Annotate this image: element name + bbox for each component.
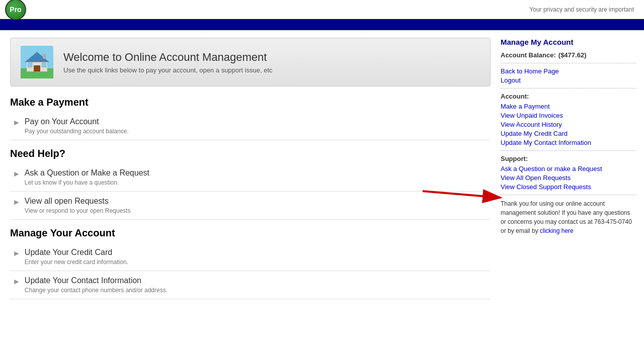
svg-rect-7 <box>43 54 46 59</box>
balance-label: Account Balance: <box>501 51 556 59</box>
update-contact-title: Update Your Contact Information <box>25 276 168 285</box>
view-requests-subtitle: View or respond to your open Requests <box>25 207 131 214</box>
welcome-banner: Welcome to Online Account Management Use… <box>10 38 491 87</box>
ask-question-item[interactable]: ► Ask a Question or Make a Request Let u… <box>10 163 491 192</box>
right-sidebar: Manage My Account Account Balance: ($477… <box>501 38 636 299</box>
welcome-text: Welcome to Online Account Management Use… <box>63 51 273 74</box>
pay-account-title: Pay on Your Account <box>25 117 129 126</box>
need-help-header: Need Help? <box>10 148 491 159</box>
manage-account-section: Manage Your Account ► Update Your Credit… <box>10 227 491 299</box>
sidebar-view-history[interactable]: View Account History <box>501 121 636 128</box>
divider-2 <box>501 88 636 89</box>
back-home-link[interactable]: Back to Home Page <box>501 67 636 75</box>
make-payment-section: Make a Payment ► Pay on Your Account Pay… <box>10 97 491 140</box>
sidebar-update-contact[interactable]: Update My Contact Information <box>501 139 636 146</box>
sidebar-view-unpaid[interactable]: View Unpaid Invoices <box>501 112 636 119</box>
sidebar-make-payment[interactable]: Make a Payment <box>501 103 636 110</box>
sidebar-footer-text: Thank you for using our online account m… <box>501 199 636 235</box>
top-bar: Pro Your privacy and security are import… <box>0 0 644 19</box>
view-requests-content: View all open Requests View or respond t… <box>25 197 131 214</box>
sidebar-title: Manage My Account <box>501 38 636 46</box>
account-section-label: Account: <box>501 93 636 100</box>
need-help-section: Need Help? ► Ask a Question or Make a Re… <box>10 148 491 220</box>
divider-1 <box>501 63 636 63</box>
left-content: Welcome to Online Account Management Use… <box>10 38 491 299</box>
manage-account-header: Manage Your Account <box>10 227 491 239</box>
update-contact-subtitle: Change your contact phone numbers and/or… <box>25 287 168 294</box>
main-layout: Welcome to Online Account Management Use… <box>0 30 644 307</box>
clicking-here-link[interactable]: clicking here <box>540 227 574 234</box>
arrow-icon-2: ► <box>13 169 21 179</box>
divider-3 <box>501 150 636 151</box>
logo-text: Pro <box>10 6 21 14</box>
view-requests-title: View all open Requests <box>25 197 131 206</box>
arrow-icon: ► <box>13 118 21 127</box>
balance-value: ($477.62) <box>558 51 587 59</box>
update-cc-title: Update Your Credit Card <box>25 248 128 257</box>
view-requests-item[interactable]: ► View all open Requests View or respond… <box>10 192 491 220</box>
update-cc-subtitle: Enter your new credit card information. <box>25 259 128 266</box>
arrow-icon-5: ► <box>13 277 21 286</box>
support-section-label: Support: <box>501 155 636 162</box>
sidebar-update-cc[interactable]: Update My Credit Card <box>501 130 636 137</box>
main-container: Welcome to Online Account Management Use… <box>0 30 644 307</box>
svg-rect-4 <box>34 65 40 71</box>
sidebar-balance-row: Account Balance: ($477.62) <box>501 51 636 59</box>
pay-account-content: Pay on Your Account Pay your outstanding… <box>25 117 129 135</box>
welcome-subtitle: Use the quick links below to pay your ac… <box>63 66 273 74</box>
update-cc-content: Update Your Credit Card Enter your new c… <box>25 248 128 266</box>
ask-question-title: Ask a Question or Make a Request <box>25 168 149 178</box>
house-icon <box>21 46 53 78</box>
svg-rect-5 <box>28 63 32 67</box>
pay-account-subtitle: Pay your outstanding account balance. <box>25 128 129 135</box>
sidebar-ask-question[interactable]: Ask a Question or make a Request <box>501 165 636 173</box>
logout-link[interactable]: Logout <box>501 76 636 84</box>
update-contact-content: Update Your Contact Information Change y… <box>25 276 168 294</box>
pay-account-item[interactable]: ► Pay on Your Account Pay your outstandi… <box>10 112 491 140</box>
svg-rect-6 <box>42 63 46 67</box>
divider-4 <box>501 195 636 195</box>
logo-area: Pro <box>5 0 26 20</box>
sidebar-view-closed[interactable]: View Closed Support Requests <box>501 183 636 191</box>
welcome-title: Welcome to Online Account Management <box>63 51 273 64</box>
update-cc-item[interactable]: ► Update Your Credit Card Enter your new… <box>10 243 491 271</box>
privacy-text: Your privacy and security are important <box>529 6 634 13</box>
update-contact-item[interactable]: ► Update Your Contact Information Change… <box>10 271 491 299</box>
ask-question-subtitle: Let us know if you have a question. <box>25 179 149 186</box>
arrow-icon-4: ► <box>13 249 21 258</box>
sidebar-view-open[interactable]: View All Open Requests <box>501 174 636 182</box>
ask-question-content: Ask a Question or Make a Request Let us … <box>25 168 149 186</box>
logo-icon: Pro <box>5 0 26 20</box>
blue-bar <box>0 19 644 30</box>
make-payment-header: Make a Payment <box>10 97 491 108</box>
arrow-icon-3: ► <box>13 198 21 207</box>
